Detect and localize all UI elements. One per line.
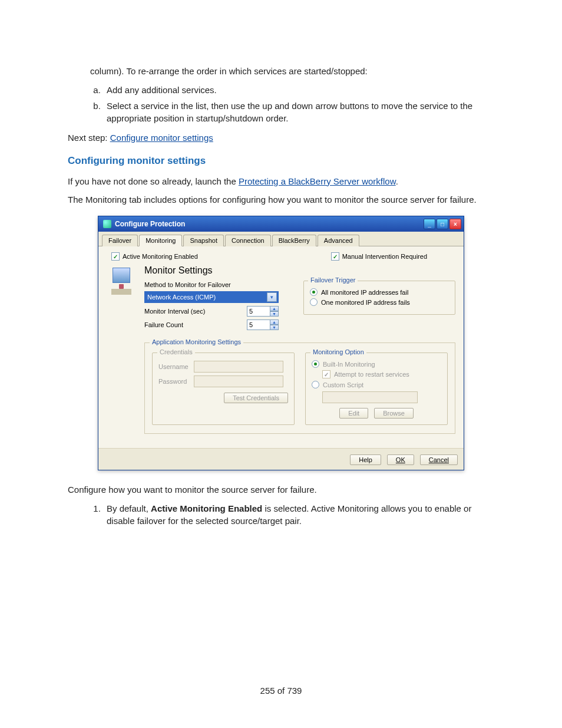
attempt-restart-label: Attempt to restart services bbox=[334, 371, 409, 378]
next-step-line: Next step: Configure monitor settings bbox=[68, 131, 494, 144]
failover-trigger-group: Failover Trigger All monitored IP addres… bbox=[303, 281, 455, 315]
username-label: Username bbox=[158, 363, 194, 370]
interval-spinner[interactable]: ▲ ▼ bbox=[247, 306, 280, 317]
builtin-label: Built-In Monitoring bbox=[323, 361, 375, 368]
spin-up-icon[interactable]: ▲ bbox=[270, 306, 279, 311]
test-credentials-button: Test Credentials bbox=[224, 393, 288, 403]
network-icon bbox=[111, 289, 131, 295]
para1-suffix: . bbox=[396, 176, 398, 186]
failure-count-spinner[interactable]: ▲ ▼ bbox=[247, 319, 280, 330]
failure-count-label: Failure Count bbox=[144, 321, 247, 328]
custom-script-radio: Custom Script bbox=[312, 381, 441, 388]
chevron-down-icon: ▾ bbox=[267, 292, 277, 302]
next-step-link[interactable]: Configure monitor settings bbox=[110, 133, 213, 143]
configure-protection-dialog: Configure Protection _ □ × Failover Moni… bbox=[98, 216, 464, 470]
tab-advanced[interactable]: Advanced bbox=[318, 235, 359, 246]
paragraph-monitoring-tab: The Monitoring tab includes options for … bbox=[68, 193, 494, 206]
appmon-legend: Application Monitoring Settings bbox=[150, 338, 243, 345]
checkbox-icon: ✓ bbox=[331, 252, 339, 261]
monitor-settings-heading: Monitor Settings bbox=[144, 265, 455, 276]
tab-snapshot[interactable]: Snapshot bbox=[183, 235, 223, 246]
credentials-group: Credentials Username Password bbox=[152, 353, 295, 425]
builtin-radio: Built-In Monitoring bbox=[312, 360, 441, 368]
trigger-all-radio[interactable]: All monitored IP addresses fail bbox=[310, 288, 449, 296]
monitor-icon bbox=[113, 268, 130, 283]
username-field bbox=[194, 361, 283, 373]
radio-off-icon bbox=[310, 298, 318, 306]
maximize-button[interactable]: □ bbox=[437, 219, 448, 229]
spin-down-icon[interactable]: ▼ bbox=[270, 325, 279, 330]
trigger-one-radio[interactable]: One monitored IP address fails bbox=[310, 298, 449, 306]
spin-down-icon[interactable]: ▼ bbox=[270, 311, 279, 317]
dialog-button-strip: Help OK Cancel bbox=[98, 448, 464, 470]
spin-up-icon[interactable]: ▲ bbox=[270, 319, 279, 325]
custom-script-label: Custom Script bbox=[323, 381, 363, 388]
intro-line: column). To re-arrange the order in whic… bbox=[68, 65, 494, 78]
tab-connection[interactable]: Connection bbox=[225, 235, 271, 246]
next-step-prefix: Next step: bbox=[68, 133, 110, 143]
application-monitoring-group: Application Monitoring Settings Credenti… bbox=[144, 342, 455, 434]
monitoring-option-legend: Monitoring Option bbox=[310, 348, 366, 355]
trigger-all-label: All monitored IP addresses fail bbox=[321, 289, 408, 296]
help-button[interactable]: Help bbox=[350, 454, 381, 465]
num1-prefix: By default, bbox=[107, 503, 151, 513]
titlebar: Configure Protection _ □ × bbox=[98, 216, 464, 232]
num1-bold: Active Monitoring Enabled bbox=[151, 503, 262, 513]
manual-intervention-label: Manual Intervention Required bbox=[342, 253, 427, 260]
minimize-button[interactable]: _ bbox=[424, 219, 435, 229]
active-monitoring-label: Active Monitoring Enabled bbox=[123, 253, 198, 260]
after-screenshot-paragraph: Configure how you want to monitor the so… bbox=[68, 483, 494, 496]
interval-label: Monitor Interval (sec) bbox=[144, 308, 247, 315]
monitoring-option-group: Monitoring Option Built-In Monitoring ✓ … bbox=[305, 353, 448, 425]
script-path-field bbox=[322, 391, 418, 403]
method-dropdown[interactable]: Network Access (ICMP) ▾ bbox=[144, 291, 279, 303]
checkbox-icon: ✓ bbox=[111, 252, 120, 261]
ok-button[interactable]: OK bbox=[387, 454, 414, 465]
numbered-step-1: By default, Active Monitoring Enabled is… bbox=[103, 502, 494, 527]
radio-on-icon bbox=[310, 288, 318, 296]
section-heading: Configuring monitor settings bbox=[68, 155, 494, 167]
close-button[interactable]: × bbox=[449, 219, 461, 229]
window-title: Configure Protection bbox=[115, 220, 424, 228]
active-monitoring-checkbox[interactable]: ✓ Active Monitoring Enabled bbox=[111, 252, 198, 261]
workflow-link[interactable]: Protecting a BlackBerry Server workflow bbox=[239, 176, 396, 186]
tabstrip: Failover Monitoring Snapshot Connection … bbox=[98, 232, 464, 246]
method-value: Network Access (ICMP) bbox=[147, 294, 216, 301]
tab-blackberry[interactable]: BlackBerry bbox=[272, 235, 316, 246]
failure-count-input[interactable] bbox=[247, 319, 270, 330]
credentials-legend: Credentials bbox=[157, 348, 195, 355]
tab-monitoring[interactable]: Monitoring bbox=[139, 235, 182, 246]
password-label: Password bbox=[158, 378, 194, 385]
page-footer: 255 of 739 bbox=[0, 686, 562, 696]
radio-on-icon bbox=[312, 360, 319, 368]
sub-step-b: Select a service in the list, then use t… bbox=[103, 100, 494, 124]
attempt-restart-checkbox: ✓ Attempt to restart services bbox=[312, 370, 441, 378]
failover-trigger-legend: Failover Trigger bbox=[308, 276, 358, 284]
app-icon bbox=[103, 220, 111, 228]
checkbox-icon: ✓ bbox=[322, 370, 330, 378]
sub-step-a: Add any additional services. bbox=[103, 84, 494, 96]
paragraph-launch: If you have not done so already, launch … bbox=[68, 175, 494, 188]
radio-off-icon bbox=[312, 381, 319, 388]
para1-prefix: If you have not done so already, launch … bbox=[68, 176, 239, 186]
browse-button: Browse bbox=[374, 408, 414, 419]
edit-button: Edit bbox=[339, 408, 368, 419]
password-field bbox=[194, 375, 283, 387]
method-label: Method to Monitor for Failover bbox=[144, 281, 280, 288]
trigger-one-label: One monitored IP address fails bbox=[321, 299, 410, 306]
tab-failover[interactable]: Failover bbox=[102, 235, 138, 246]
interval-input[interactable] bbox=[247, 306, 270, 317]
cancel-button[interactable]: Cancel bbox=[420, 454, 458, 465]
manual-intervention-checkbox[interactable]: ✓ Manual Intervention Required bbox=[331, 252, 427, 261]
tab-panel: ✓ Active Monitoring Enabled ✓ Manual Int… bbox=[98, 246, 464, 448]
